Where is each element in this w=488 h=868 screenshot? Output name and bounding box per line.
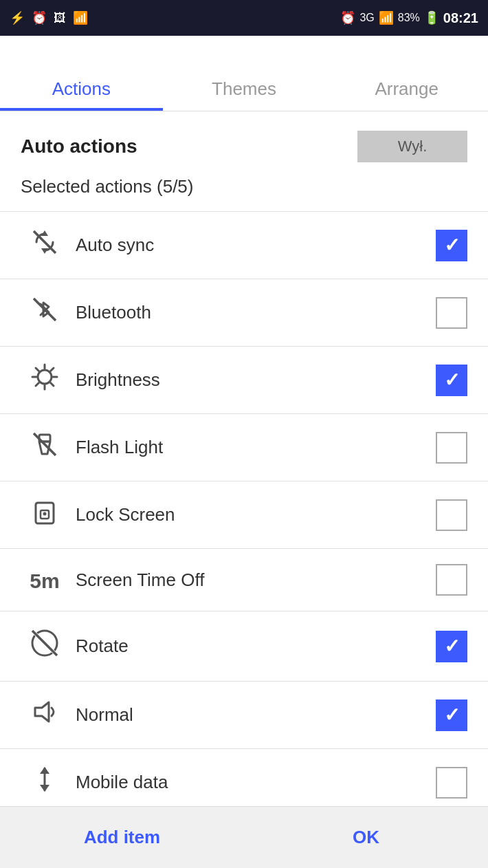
tab-arrange[interactable]: Arrange bbox=[325, 36, 488, 111]
screen-time-off-icon: 5m bbox=[21, 565, 69, 594]
normal-checkbox[interactable] bbox=[436, 699, 467, 731]
bluetooth-checkbox[interactable] bbox=[436, 297, 467, 329]
lock-screen-checkbox[interactable] bbox=[436, 499, 467, 531]
svg-point-4 bbox=[38, 370, 52, 384]
list-item[interactable]: 5m Screen Time Off bbox=[0, 548, 488, 611]
svg-marker-22 bbox=[35, 702, 49, 721]
ok-button[interactable]: OK bbox=[244, 813, 488, 862]
normal-icon bbox=[21, 697, 69, 733]
footer: Add item OK bbox=[0, 806, 488, 868]
normal-label: Normal bbox=[69, 704, 436, 726]
bluetooth-label: Bluetooth bbox=[69, 302, 436, 323]
rotate-checkbox[interactable] bbox=[436, 631, 467, 662]
bluetooth-icon bbox=[21, 294, 69, 331]
toggle-button[interactable]: Wył. bbox=[357, 131, 467, 162]
auto-sync-checkbox[interactable] bbox=[436, 230, 467, 261]
svg-marker-24 bbox=[40, 767, 49, 774]
list-item[interactable]: Lock Screen bbox=[0, 481, 488, 548]
network-label: 3G bbox=[359, 12, 374, 24]
section-title: Auto actions bbox=[21, 135, 137, 158]
add-item-button[interactable]: Add item bbox=[0, 813, 244, 862]
wifi-icon: 📶 bbox=[73, 10, 88, 25]
content-area: Auto actions Wył. Selected actions (5/5)… bbox=[0, 111, 488, 806]
svg-line-10 bbox=[51, 383, 54, 387]
lock-screen-label: Lock Screen bbox=[69, 504, 436, 525]
section-header: Auto actions Wył. bbox=[0, 111, 488, 176]
svg-line-9 bbox=[36, 368, 39, 371]
tab-actions[interactable]: Actions bbox=[0, 36, 163, 111]
brightness-icon bbox=[21, 362, 69, 398]
signal-icon: 📶 bbox=[379, 10, 394, 25]
action-list: Auto sync Bluetooth bbox=[0, 211, 488, 806]
alarm-icon: ⏰ bbox=[32, 10, 47, 25]
alarm-right-icon: ⏰ bbox=[340, 10, 355, 25]
list-item[interactable]: Auto sync bbox=[0, 211, 488, 279]
svg-line-13 bbox=[34, 433, 56, 455]
brightness-checkbox[interactable] bbox=[436, 365, 467, 396]
status-left-icons: ⚡ ⏰ 🖼 📶 bbox=[10, 10, 88, 25]
list-item[interactable]: Normal bbox=[0, 681, 488, 748]
list-item[interactable]: Bluetooth bbox=[0, 279, 488, 346]
tab-bar: Actions Themes Arrange bbox=[0, 36, 488, 111]
image-icon: 🖼 bbox=[54, 11, 66, 25]
tab-themes[interactable]: Themes bbox=[163, 36, 326, 111]
brightness-label: Brightness bbox=[69, 369, 436, 391]
status-bar: ⚡ ⏰ 🖼 📶 ⏰ 3G 📶 83% 🔋 08:21 bbox=[0, 0, 488, 36]
flash-light-icon bbox=[21, 429, 69, 466]
time-display: 08:21 bbox=[443, 10, 478, 26]
flash-light-label: Flash Light bbox=[69, 437, 436, 458]
status-right-info: ⏰ 3G 📶 83% 🔋 08:21 bbox=[340, 10, 478, 26]
svg-line-12 bbox=[36, 383, 39, 387]
screen-time-off-label: Screen Time Off bbox=[69, 569, 436, 591]
list-item[interactable]: Mobile data bbox=[0, 748, 488, 806]
svg-marker-25 bbox=[40, 785, 49, 792]
list-item[interactable]: Brightness bbox=[0, 346, 488, 413]
app-container: Actions Themes Arrange Auto actions Wył.… bbox=[0, 36, 488, 868]
mobile-data-checkbox[interactable] bbox=[436, 767, 467, 799]
mobile-data-label: Mobile data bbox=[69, 772, 436, 793]
auto-sync-label: Auto sync bbox=[69, 235, 436, 256]
list-item[interactable]: Rotate bbox=[0, 611, 488, 681]
rotate-label: Rotate bbox=[69, 636, 436, 657]
auto-sync-icon bbox=[21, 227, 69, 263]
svg-point-18 bbox=[43, 512, 47, 516]
list-item[interactable]: Flash Light bbox=[0, 413, 488, 481]
flash-light-checkbox[interactable] bbox=[436, 432, 467, 464]
selected-count: Selected actions (5/5) bbox=[0, 176, 488, 211]
screen-time-off-checkbox[interactable] bbox=[436, 564, 467, 596]
battery-level: 83% bbox=[398, 12, 420, 24]
rotate-icon bbox=[21, 627, 69, 666]
svg-line-11 bbox=[51, 368, 54, 371]
battery-icon: 🔋 bbox=[424, 10, 439, 25]
lock-screen-icon bbox=[21, 497, 69, 533]
mobile-data-icon bbox=[21, 764, 69, 801]
usb-icon: ⚡ bbox=[10, 10, 25, 25]
